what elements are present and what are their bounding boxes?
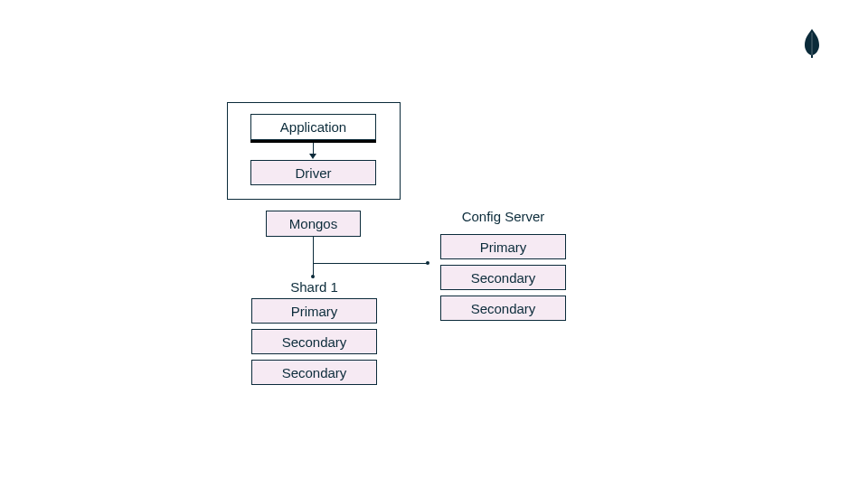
connector-mongos-down: [313, 237, 314, 278]
dot-config-end: [426, 261, 429, 265]
shard1-primary-box: Primary: [251, 298, 377, 324]
config-primary-box: Primary: [440, 234, 566, 259]
config-secondary1-box: Secondary: [440, 265, 566, 290]
connector-to-config: [313, 263, 428, 264]
mongos-box: Mongos: [266, 211, 361, 237]
application-box: Application: [250, 114, 376, 140]
mongodb-leaf-icon: [803, 29, 821, 61]
shard1-secondary2-label: Secondary: [282, 365, 347, 380]
arrowhead-app-to-driver: [309, 154, 316, 159]
shard1-secondary2-box: Secondary: [251, 360, 377, 385]
config-server-title: Config Server: [440, 209, 566, 224]
shard1-secondary1-box: Secondary: [251, 329, 377, 354]
driver-box: Driver: [250, 160, 376, 185]
application-label: Application: [280, 119, 346, 135]
config-secondary2-box: Secondary: [440, 296, 566, 321]
config-secondary1-label: Secondary: [471, 270, 536, 286]
config-secondary2-label: Secondary: [471, 301, 536, 316]
shard1-title: Shard 1: [251, 279, 377, 295]
config-primary-label: Primary: [480, 239, 527, 255]
shard1-secondary1-label: Secondary: [282, 334, 347, 350]
mongos-label: Mongos: [289, 216, 337, 231]
shard1-primary-label: Primary: [291, 304, 338, 319]
dot-mongos-bottom: [311, 275, 315, 278]
driver-label: Driver: [296, 165, 332, 181]
